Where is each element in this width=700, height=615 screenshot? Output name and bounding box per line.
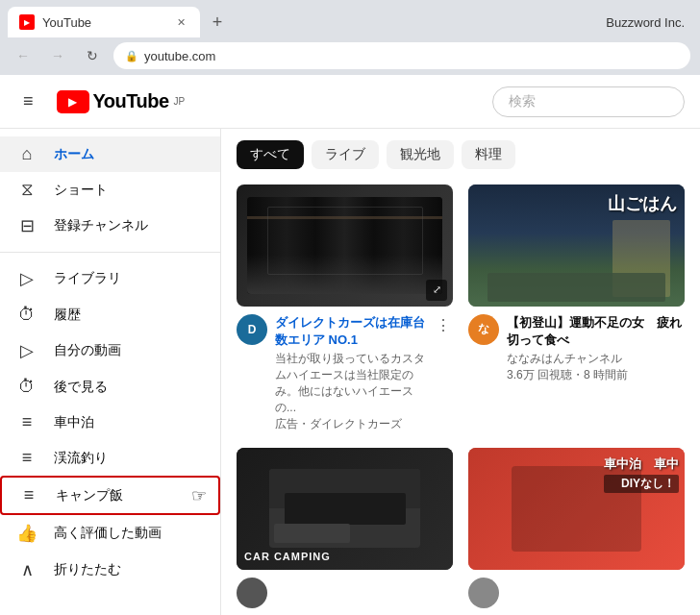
sidebar-label-camp-food: キャンプ飯: [56, 487, 123, 504]
video-thumbnail-2: 山ごはん: [468, 184, 685, 307]
tab-title: YouTube: [42, 15, 165, 30]
lock-icon: 🔒: [125, 50, 138, 62]
tab-close-button[interactable]: ✕: [173, 14, 188, 30]
video-grid: ⤢ D ダイレクトカーズは在庫台数エリア NO.1 当社が取り扱っているカスタム…: [237, 184, 685, 608]
sidebar-item-fishing[interactable]: ≡ 渓流釣り: [0, 440, 220, 476]
sidebar-item-shorts[interactable]: ⧖ ショート: [0, 172, 220, 208]
tab-favicon: [19, 14, 35, 30]
sidebar-item-my-videos[interactable]: ▷ 自分の動画: [0, 332, 220, 369]
video-thumbnail-4: 車中泊 車中 DIYなし！: [468, 448, 685, 570]
camp-food-icon: ≡: [17, 485, 40, 505]
sidebar-item-subscriptions[interactable]: ⊟ 登録チャンネル: [0, 208, 220, 244]
video-title-1: ダイレクトカーズは在庫台数エリア NO.1: [275, 314, 426, 349]
sidebar-item-history[interactable]: ⏱ 履歴: [0, 297, 220, 332]
sidebar-label-car-camping: 車中泊: [54, 414, 94, 431]
car-interior-visual: [247, 197, 442, 294]
subscriptions-icon: ⊟: [15, 215, 38, 236]
sidebar-label-home: ホーム: [54, 146, 94, 163]
expand-icon: ⤢: [426, 280, 447, 301]
video-description-1: 当社が取り扱っているカスタムハイエースは当社限定のみ。他にはないハイエースの..…: [275, 351, 426, 416]
history-icon: ⏱: [15, 305, 38, 325]
library-icon: ▷: [15, 268, 38, 289]
video-meta-2: 【初登山】運動不足の女 疲れ切って食べ ななみはんチャンネル 3.6万 回視聴・…: [507, 314, 685, 383]
buzzword-text: Buzzword Inc.: [606, 15, 692, 30]
forward-button[interactable]: →: [44, 42, 71, 69]
home-icon: ⌂: [15, 144, 38, 164]
video-card-2[interactable]: 山ごはん な 【初登山】運動不足の女 疲れ切って食べ ななみはんチャンネル 3.…: [468, 184, 685, 432]
video-avatar-3: [237, 578, 267, 608]
filter-cooking[interactable]: 料理: [462, 140, 515, 169]
sidebar-label-liked: 高く評価した動画: [54, 525, 162, 542]
address-bar: ← → ↻ 🔒 youtube.com: [0, 38, 700, 75]
sidebar-item-library[interactable]: ▷ ライブラリ: [0, 260, 220, 297]
hamburger-menu[interactable]: ≡: [15, 84, 41, 119]
sidebar-item-fold[interactable]: ∧ 折りたたむ: [0, 552, 220, 588]
filter-sightseeing[interactable]: 観光地: [387, 140, 454, 169]
video-card-1[interactable]: ⤢ D ダイレクトカーズは在庫台数エリア NO.1 当社が取り扱っているカスタム…: [237, 184, 453, 432]
watch-later-icon: ⏱: [15, 377, 38, 397]
yt-logo-jp: JP: [174, 96, 186, 107]
yt-content: すべて ライブ 観光地 料理 ⤢: [221, 129, 700, 615]
sidebar-label-fold: 折りたたむ: [54, 561, 121, 578]
filter-bar: すべて ライブ 観光地 料理: [237, 140, 685, 169]
video-title-2: 【初登山】運動不足の女 疲れ切って食べ: [507, 314, 685, 349]
youtube-page: ≡ ▶ YouTube JP 検索 ⌂ ホーム ⧖ ショート ⊟ 登録チャンネル: [0, 75, 700, 615]
video-card-4[interactable]: 車中泊 車中 DIYなし！: [468, 448, 685, 608]
sidebar-item-camp-food[interactable]: ≡ キャンプ飯 ☞: [0, 476, 220, 515]
video-info-2: な 【初登山】運動不足の女 疲れ切って食べ ななみはんチャンネル 3.6万 回視…: [468, 314, 685, 383]
yt-sidebar: ⌂ ホーム ⧖ ショート ⊟ 登録チャンネル ▷ ライブラリ ⏱ 履歴 ▷: [0, 129, 221, 615]
back-button[interactable]: ←: [10, 42, 37, 69]
search-bar[interactable]: 検索: [492, 86, 685, 117]
video-avatar-4: [468, 578, 499, 608]
refresh-button[interactable]: ↻: [79, 42, 106, 69]
fishing-icon: ≡: [15, 448, 38, 468]
sidebar-label-my-videos: 自分の動画: [54, 342, 121, 359]
video-info-4: [468, 578, 685, 608]
new-tab-button[interactable]: +: [204, 9, 231, 36]
sidebar-divider-1: [0, 252, 220, 253]
yt-main: ⌂ ホーム ⧖ ショート ⊟ 登録チャンネル ▷ ライブラリ ⏱ 履歴 ▷: [0, 129, 700, 615]
video-thumbnail-1: ⤢: [237, 184, 453, 307]
sidebar-label-subscriptions: 登録チャンネル: [54, 217, 148, 234]
active-tab[interactable]: YouTube ✕: [8, 7, 200, 37]
cursor-indicator: ☞: [191, 485, 207, 506]
yt-logo[interactable]: ▶ YouTube JP: [57, 90, 186, 113]
sidebar-item-car-camping[interactable]: ≡ 車中泊: [0, 405, 220, 440]
video-stats-2: 3.6万 回視聴・8 時間前: [507, 367, 685, 383]
shorts-icon: ⧖: [15, 180, 38, 200]
url-bar[interactable]: 🔒 youtube.com: [113, 42, 690, 69]
video-menu-button-1[interactable]: ⋮: [434, 314, 453, 432]
video-channel-2: ななみはんチャンネル: [507, 351, 685, 367]
filter-live[interactable]: ライブ: [312, 140, 379, 169]
video-avatar-1: D: [237, 314, 267, 345]
video-info-1: D ダイレクトカーズは在庫台数エリア NO.1 当社が取り扱っているカスタムハイ…: [237, 314, 453, 432]
liked-icon: 👍: [15, 523, 38, 544]
filter-all[interactable]: すべて: [237, 140, 304, 169]
sidebar-item-liked[interactable]: 👍 高く評価した動画: [0, 515, 220, 552]
video-card-3[interactable]: CAR CAMPING: [237, 448, 453, 608]
video-meta-3: [275, 578, 453, 608]
browser-chrome: YouTube ✕ + Buzzword Inc. ← → ↻ 🔒 youtub…: [0, 0, 700, 75]
video-info-3: [237, 578, 453, 608]
sidebar-label-watch-later: 後で見る: [54, 379, 108, 396]
yt-header: ≡ ▶ YouTube JP 検索: [0, 75, 700, 129]
sidebar-label-library: ライブラリ: [54, 270, 121, 287]
yt-logo-icon: ▶: [57, 90, 89, 113]
sidebar-label-fishing: 渓流釣り: [54, 450, 108, 467]
url-text: youtube.com: [144, 49, 215, 63]
sidebar-label-history: 履歴: [54, 307, 81, 324]
my-videos-icon: ▷: [15, 340, 38, 361]
video-thumbnail-3: CAR CAMPING: [237, 448, 453, 570]
video-meta-1: ダイレクトカーズは在庫台数エリア NO.1 当社が取り扱っているカスタムハイエー…: [275, 314, 426, 432]
sidebar-item-watch-later[interactable]: ⏱ 後で見る: [0, 369, 220, 405]
sidebar-item-home[interactable]: ⌂ ホーム: [0, 136, 220, 172]
video-avatar-2: な: [468, 314, 499, 345]
camping-label: CAR CAMPING: [244, 551, 331, 562]
mountain-text: 山ごはん: [608, 192, 677, 215]
tab-bar: YouTube ✕ + Buzzword Inc.: [0, 0, 700, 38]
car-camping-icon: ≡: [15, 412, 38, 432]
yt-logo-text: YouTube: [93, 90, 169, 112]
search-placeholder: 検索: [509, 93, 536, 109]
video-ad-label-1: 広告・ダイレクトカーズ: [275, 416, 426, 432]
video-meta-4: [507, 578, 685, 608]
